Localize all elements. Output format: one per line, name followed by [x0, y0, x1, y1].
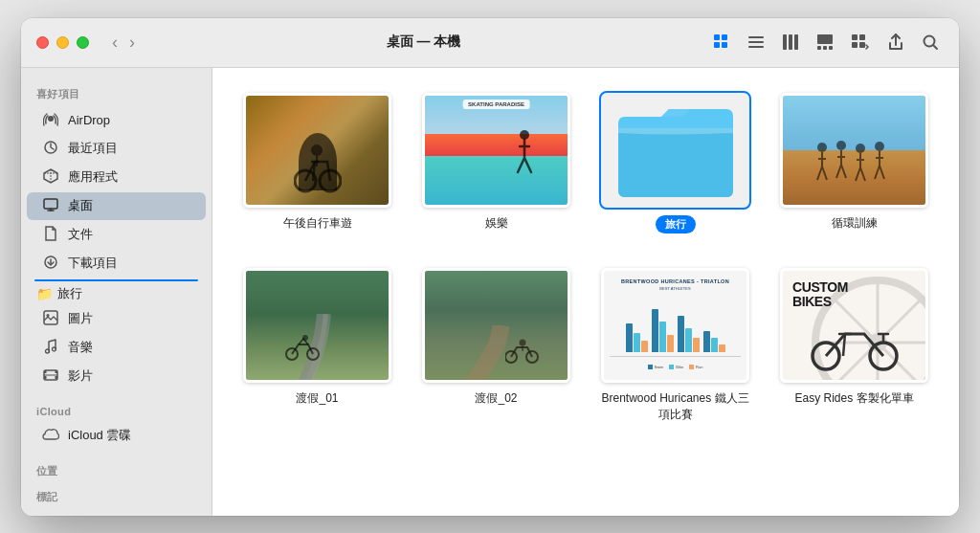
icloud-section-label: iCloud [21, 398, 212, 421]
file-item-easyrides[interactable]: CUSTOMBIKES [772, 262, 936, 429]
file-label-row-easyrides: Easy Rides 客製化單車 [794, 390, 913, 407]
icloud-label: iCloud 雲碟 [68, 427, 131, 444]
sidebar-item-airdrop[interactable]: AirDrop [27, 106, 206, 134]
svg-rect-7 [783, 34, 787, 50]
close-button[interactable] [36, 36, 49, 49]
svg-point-19 [48, 116, 54, 122]
svg-point-45 [520, 339, 526, 345]
file-label-row-vacation1: 渡假_01 [296, 390, 338, 407]
traffic-lights [36, 36, 89, 49]
group-by-button[interactable] [846, 30, 875, 55]
view-columns-button[interactable] [777, 30, 804, 55]
back-button[interactable]: ‹ [108, 32, 122, 53]
sidebar-item-downloads[interactable]: 下載項目 [27, 250, 206, 278]
svg-rect-13 [829, 46, 833, 50]
recent-icon [42, 140, 59, 158]
file-thumb-brentwood: BRENTWOOD HURICANES - TRIATLON BEST ATHL… [601, 268, 749, 383]
sidebar-item-recent[interactable]: 最近項目 [27, 135, 206, 163]
movies-label: 影片 [68, 367, 93, 385]
file-badge-travel: 旅行 [656, 215, 696, 233]
share-icon [887, 33, 904, 51]
toolbar-right [708, 30, 944, 55]
svg-rect-4 [748, 36, 764, 38]
favorites-section-label: 喜好項目 [21, 79, 212, 105]
sidebar-item-photos[interactable]: 圖片 [27, 305, 206, 333]
svg-rect-10 [817, 34, 833, 44]
file-item-afternoon-bike[interactable]: 午後自行車遊 [235, 87, 399, 239]
file-thumb-travel-folder [601, 93, 749, 208]
svg-rect-2 [714, 42, 720, 48]
sidebar-item-apps[interactable]: 應用程式 [27, 164, 206, 191]
svg-rect-15 [859, 34, 865, 40]
files-grid: 午後自行車遊 [235, 87, 936, 429]
grid-icon [713, 33, 730, 51]
brentwood-chart [622, 302, 729, 352]
file-item-vacation2[interactable]: 渡假_02 [414, 262, 578, 429]
documents-label: 文件 [68, 226, 93, 243]
airdrop-label: AirDrop [68, 113, 110, 127]
svg-rect-3 [722, 42, 727, 48]
apps-icon [42, 168, 59, 187]
file-item-vacation1[interactable]: 渡假_01 [235, 262, 399, 429]
music-label: 音樂 [68, 339, 93, 356]
view-list-button[interactable] [743, 30, 769, 55]
forward-button[interactable]: › [125, 32, 139, 53]
svg-rect-14 [852, 34, 858, 40]
svg-rect-12 [823, 46, 827, 50]
main-content: 喜好項目 AirDrop [21, 68, 959, 516]
file-label-brentwood: Brentwood Huricanes 鐵人三項比賽 [601, 390, 749, 423]
svg-rect-9 [794, 34, 798, 50]
svg-point-37 [836, 141, 846, 150]
maximize-button[interactable] [77, 36, 89, 49]
file-item-travel-folder[interactable]: 旅行 [593, 87, 757, 239]
brentwood-legend: Swim Bike Run [648, 365, 703, 369]
file-item-entertainment[interactable]: SKATING PARADISE 娛樂 [414, 87, 578, 239]
desktop-label: 桌面 [68, 197, 93, 214]
sidebar-item-movies[interactable]: 影片 [27, 363, 206, 390]
file-label-vacation1: 渡假_01 [296, 390, 338, 407]
sidebar-item-documents[interactable]: 文件 [27, 221, 206, 249]
group-icon [851, 33, 870, 51]
location-section-label: 位置 [21, 456, 212, 482]
view-cover-button[interactable] [812, 30, 838, 55]
svg-point-36 [817, 143, 827, 152]
sidebar-item-icloud[interactable]: iCloud 雲碟 [27, 422, 206, 449]
svg-rect-1 [722, 34, 727, 40]
file-thumb-vacation2 [422, 268, 570, 383]
share-button[interactable] [882, 30, 909, 55]
file-item-brentwood[interactable]: BRENTWOOD HURICANES - TRIATLON BEST ATHL… [593, 262, 757, 429]
tags-section-label: 標記 [21, 482, 212, 508]
brentwood-content: BRENTWOOD HURICANES - TRIATLON BEST ATHL… [604, 271, 746, 380]
music-icon [42, 339, 59, 357]
cover-icon [816, 33, 834, 51]
folder-svg [613, 100, 738, 200]
file-item-cycling[interactable]: 循環訓練 [772, 87, 936, 239]
sidebar-item-desktop[interactable]: 桌面 [27, 192, 206, 220]
file-thumb-easyrides: CUSTOMBIKES [780, 268, 928, 383]
svg-point-32 [320, 170, 341, 191]
file-label-row-afternoon-bike: 午後自行車遊 [283, 215, 352, 232]
sidebar-item-music[interactable]: 音樂 [27, 334, 206, 362]
photos-label: 圖片 [68, 310, 93, 327]
svg-rect-16 [852, 42, 858, 48]
svg-rect-28 [44, 370, 47, 373]
svg-rect-29 [44, 376, 47, 379]
search-icon [922, 33, 939, 51]
file-label-entertainment: 娛樂 [485, 215, 508, 232]
view-grid-button[interactable] [708, 30, 735, 55]
desktop-icon [42, 197, 59, 215]
file-label-row-travel: 旅行 [656, 215, 696, 233]
movies-icon [42, 367, 59, 386]
file-label-cycling: 循環訓練 [832, 215, 878, 232]
svg-point-33 [295, 170, 316, 191]
downloads-label: 下載項目 [68, 255, 118, 272]
minimize-button[interactable] [56, 36, 69, 49]
list-icon [747, 33, 765, 51]
svg-rect-30 [56, 370, 58, 373]
file-label-row-cycling: 循環訓練 [832, 215, 878, 232]
apps-label: 應用程式 [68, 168, 118, 186]
svg-rect-31 [56, 376, 58, 379]
svg-rect-6 [748, 46, 764, 48]
search-button[interactable] [917, 30, 944, 55]
file-thumb-entertainment: SKATING PARADISE [422, 93, 570, 208]
